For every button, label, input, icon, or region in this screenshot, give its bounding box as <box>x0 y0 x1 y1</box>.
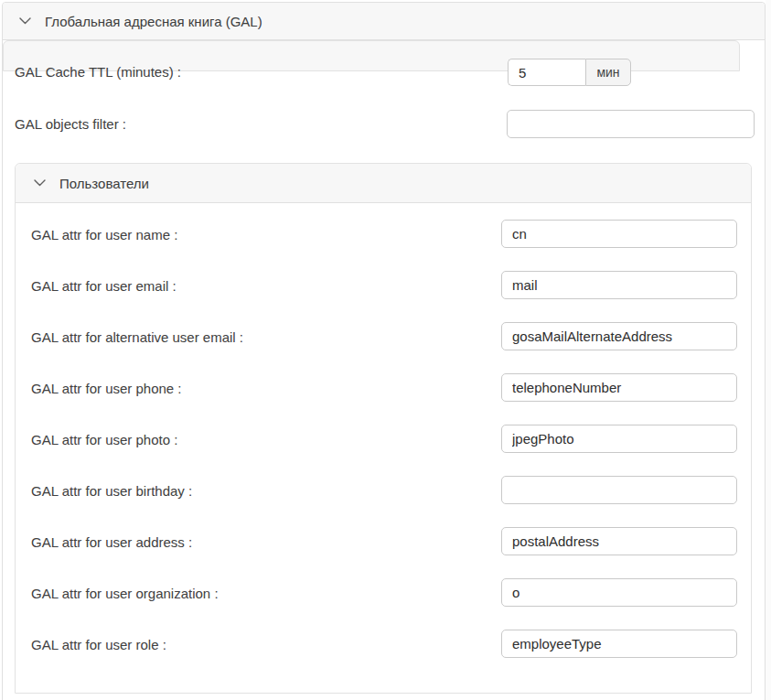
user-address-input[interactable] <box>501 527 737 555</box>
user-phone-input[interactable] <box>501 373 737 402</box>
user-phone-label: GAL attr for user phone : <box>31 381 182 397</box>
gal-settings-page: Глобальная адресная книга (GAL) GAL Cach… <box>0 0 771 700</box>
user-photo-label: GAL attr for user photo : <box>31 432 177 448</box>
user-name-label: GAL attr for user name : <box>31 227 177 243</box>
alt-user-email-input[interactable] <box>501 322 737 350</box>
user-birthday-label: GAL attr for user birthday : <box>31 483 192 500</box>
cache-ttl-unit: мин <box>585 59 631 86</box>
objects-filter-input[interactable] <box>507 110 755 138</box>
user-address-label: GAL attr for user address : <box>31 534 192 551</box>
scroll-gutter <box>766 0 771 700</box>
user-email-label: GAL attr for user email : <box>31 278 177 295</box>
alt-user-email-label: GAL attr for alternative user email : <box>31 329 243 346</box>
user-birthday-input[interactable] <box>501 476 737 504</box>
gal-panel: Глобальная адресная книга (GAL) GAL Cach… <box>2 2 766 700</box>
user-organization-label: GAL attr for user organization : <box>31 586 219 602</box>
user-email-input[interactable] <box>501 271 737 299</box>
user-role-label: GAL attr for user role : <box>31 637 166 653</box>
gal-panel-header[interactable]: Глобальная адресная книга (GAL) <box>3 3 765 40</box>
gal-panel-title: Глобальная адресная книга (GAL) <box>45 14 262 29</box>
cache-ttl-group: мин <box>508 59 631 86</box>
cache-ttl-input[interactable] <box>508 59 585 86</box>
cache-ttl-label: GAL Cache TTL (minutes) : <box>15 64 181 81</box>
user-organization-input[interactable] <box>501 578 737 607</box>
user-photo-input[interactable] <box>501 425 737 453</box>
chevron-down-icon <box>19 17 31 25</box>
user-role-input[interactable] <box>501 630 737 658</box>
users-panel-header[interactable]: Пользователи <box>16 164 751 203</box>
users-panel: Пользователи GAL attr for user name : GA… <box>15 163 752 694</box>
objects-filter-label: GAL objects filter : <box>15 116 126 133</box>
chevron-down-icon <box>34 179 46 187</box>
users-panel-title: Пользователи <box>59 176 149 191</box>
user-name-input[interactable] <box>501 220 737 248</box>
